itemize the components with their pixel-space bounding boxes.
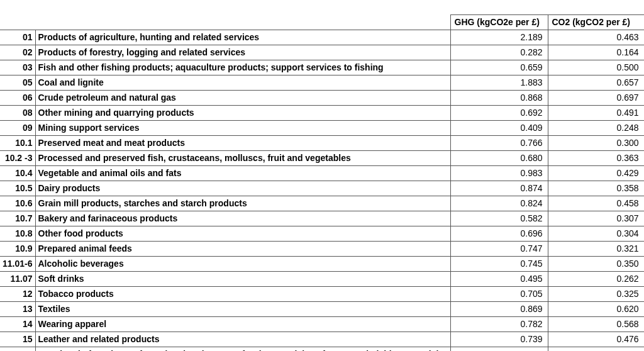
row-code[interactable]: 03 bbox=[0, 60, 35, 75]
row-desc[interactable]: Dairy products bbox=[35, 181, 450, 196]
row-ghg[interactable]: 0.495 bbox=[450, 272, 548, 287]
row-desc[interactable]: Mining support services bbox=[35, 121, 450, 136]
row-code[interactable]: 11.01-6 bbox=[0, 257, 35, 272]
table-row: 11.07Soft drinks0.4950.262 bbox=[0, 272, 644, 287]
row-ghg[interactable]: 0.696 bbox=[450, 226, 548, 242]
row-co2[interactable]: 0.620 bbox=[548, 302, 644, 317]
row-code[interactable]: 06 bbox=[0, 91, 35, 106]
row-co2[interactable]: 0.458 bbox=[548, 196, 644, 211]
row-desc[interactable]: Grain mill products, starches and starch… bbox=[35, 196, 450, 211]
row-ghg[interactable]: 0.868 bbox=[450, 91, 548, 106]
row-ghg[interactable]: 0.692 bbox=[450, 106, 548, 121]
row-ghg[interactable]: 0.582 bbox=[450, 211, 548, 226]
row-co2[interactable]: 0.262 bbox=[548, 272, 644, 287]
table-row: 03Fish and other fishing products; aquac… bbox=[0, 60, 644, 75]
row-code[interactable]: 10.4 bbox=[0, 166, 35, 181]
row-co2[interactable]: 0.350 bbox=[548, 257, 644, 272]
row-code[interactable]: 01 bbox=[0, 30, 35, 45]
row-co2[interactable]: 0.429 bbox=[548, 166, 644, 181]
row-desc[interactable]: Tobacco products bbox=[35, 287, 450, 302]
table-header-row: GHG (kgCO2e per £)CO2 (kgCO2 per £) bbox=[0, 15, 644, 30]
row-code[interactable]: 10.1 bbox=[0, 136, 35, 151]
row-co2[interactable]: 0.300 bbox=[548, 136, 644, 151]
row-co2[interactable]: 0.358 bbox=[548, 181, 644, 196]
row-code[interactable]: 11.07 bbox=[0, 272, 35, 287]
row-ghg[interactable]: 0.409 bbox=[450, 121, 548, 136]
row-desc[interactable]: Products of forestry, logging and relate… bbox=[35, 45, 450, 60]
row-ghg[interactable]: 0.869 bbox=[450, 302, 548, 317]
row-desc[interactable]: Products of agriculture, hunting and rel… bbox=[35, 30, 450, 45]
table-row: 10.2 -3Processed and preserved fish, cru… bbox=[0, 151, 644, 166]
row-ghg[interactable]: 0.824 bbox=[450, 196, 548, 211]
row-ghg[interactable]: 0.745 bbox=[450, 257, 548, 272]
row-ghg[interactable]: 0.874 bbox=[450, 181, 548, 196]
header-blank-desc bbox=[35, 15, 450, 30]
row-ghg[interactable]: 0.282 bbox=[450, 45, 548, 60]
row-code[interactable]: 10.8 bbox=[0, 226, 35, 242]
row-desc[interactable]: Wearing apparel bbox=[35, 317, 450, 332]
row-code[interactable]: 14 bbox=[0, 317, 35, 332]
row-code[interactable]: 10.7 bbox=[0, 211, 35, 226]
row-co2[interactable]: 0.321 bbox=[548, 242, 644, 257]
row-desc[interactable]: Soft drinks bbox=[35, 272, 450, 287]
row-code[interactable]: 10.6 bbox=[0, 196, 35, 211]
row-ghg[interactable]: 1.883 bbox=[450, 75, 548, 91]
row-co2[interactable]: 0.657 bbox=[548, 75, 644, 91]
row-co2[interactable]: 0.304 bbox=[548, 226, 644, 242]
row-code[interactable]: 10.5 bbox=[0, 181, 35, 196]
row-ghg[interactable]: 2.189 bbox=[450, 30, 548, 45]
row-code[interactable]: 12 bbox=[0, 287, 35, 302]
header-co2[interactable]: CO2 (kgCO2 per £) bbox=[548, 15, 644, 30]
row-co2[interactable]: 0.442 bbox=[548, 347, 644, 352]
row-desc[interactable]: Other food products bbox=[35, 226, 450, 242]
row-code[interactable]: 10.9 bbox=[0, 242, 35, 257]
row-co2[interactable]: 0.463 bbox=[548, 30, 644, 45]
row-co2[interactable]: 0.500 bbox=[548, 60, 644, 75]
row-ghg[interactable]: 0.553 bbox=[450, 347, 548, 352]
row-code[interactable]: 16 bbox=[0, 347, 35, 352]
row-co2[interactable]: 0.325 bbox=[548, 287, 644, 302]
row-desc[interactable]: Bakery and farinaceous products bbox=[35, 211, 450, 226]
row-co2[interactable]: 0.363 bbox=[548, 151, 644, 166]
row-desc[interactable]: Vegetable and animal oils and fats bbox=[35, 166, 450, 181]
row-ghg[interactable]: 0.739 bbox=[450, 332, 548, 347]
row-desc[interactable]: Preserved meat and meat products bbox=[35, 136, 450, 151]
row-co2[interactable]: 0.697 bbox=[548, 91, 644, 106]
row-desc[interactable]: Fish and other fishing products; aquacul… bbox=[35, 60, 450, 75]
row-desc[interactable]: Wood and of products of wood and cork, e… bbox=[35, 347, 450, 352]
header-blank-code bbox=[0, 15, 35, 30]
row-code[interactable]: 09 bbox=[0, 121, 35, 136]
row-desc[interactable]: Leather and related products bbox=[35, 332, 450, 347]
row-code[interactable]: 08 bbox=[0, 106, 35, 121]
row-desc[interactable]: Processed and preserved fish, crustacean… bbox=[35, 151, 450, 166]
row-code[interactable]: 13 bbox=[0, 302, 35, 317]
row-ghg[interactable]: 0.782 bbox=[450, 317, 548, 332]
header-ghg[interactable]: GHG (kgCO2e per £) bbox=[450, 15, 548, 30]
row-co2[interactable]: 0.476 bbox=[548, 332, 644, 347]
row-ghg[interactable]: 0.983 bbox=[450, 166, 548, 181]
row-code[interactable]: 02 bbox=[0, 45, 35, 60]
row-desc[interactable]: Alcoholic beverages bbox=[35, 257, 450, 272]
row-ghg[interactable]: 0.680 bbox=[450, 151, 548, 166]
table-row: 10.7Bakery and farinaceous products0.582… bbox=[0, 211, 644, 226]
table-row: 12Tobacco products0.7050.325 bbox=[0, 287, 644, 302]
row-co2[interactable]: 0.491 bbox=[548, 106, 644, 121]
row-code[interactable]: 05 bbox=[0, 75, 35, 91]
row-desc[interactable]: Crude petroleum and natural gas bbox=[35, 91, 450, 106]
row-code[interactable]: 15 bbox=[0, 332, 35, 347]
row-co2[interactable]: 0.568 bbox=[548, 317, 644, 332]
blank-row bbox=[0, 0, 644, 15]
row-desc[interactable]: Prepared animal feeds bbox=[35, 242, 450, 257]
row-ghg[interactable]: 0.705 bbox=[450, 287, 548, 302]
row-co2[interactable]: 0.248 bbox=[548, 121, 644, 136]
row-co2[interactable]: 0.307 bbox=[548, 211, 644, 226]
row-co2[interactable]: 0.164 bbox=[548, 45, 644, 60]
row-desc[interactable]: Other mining and quarrying products bbox=[35, 106, 450, 121]
row-desc[interactable]: Coal and lignite bbox=[35, 75, 450, 91]
row-ghg[interactable]: 0.747 bbox=[450, 242, 548, 257]
row-code[interactable]: 10.2 -3 bbox=[0, 151, 35, 166]
row-ghg[interactable]: 0.659 bbox=[450, 60, 548, 75]
row-desc[interactable]: Textiles bbox=[35, 302, 450, 317]
row-ghg[interactable]: 0.766 bbox=[450, 136, 548, 151]
table-row: 06Crude petroleum and natural gas0.8680.… bbox=[0, 91, 644, 106]
